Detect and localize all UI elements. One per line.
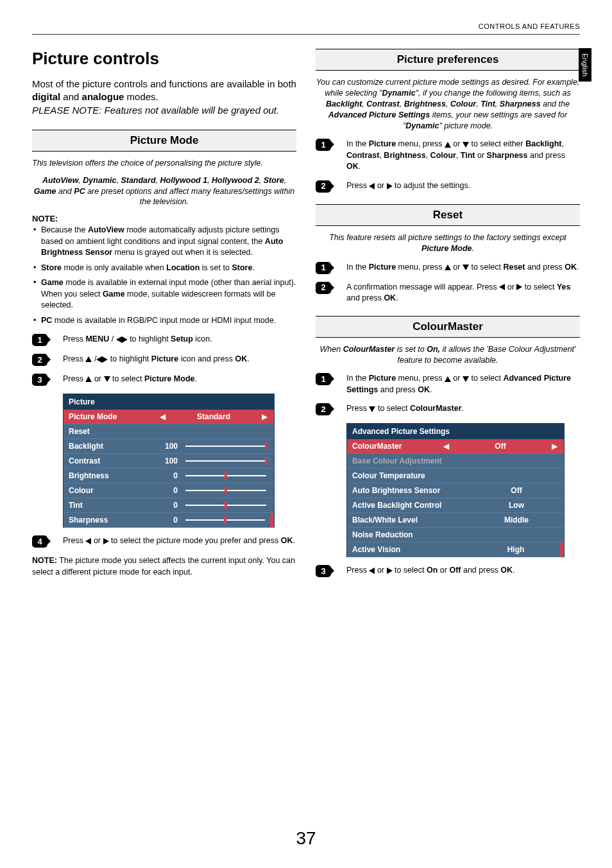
menu-row-bca: Base Colour Adjustment: [347, 454, 564, 469]
section-desc: AutoView, Dynamic, Standard, Hollywood 1…: [32, 175, 296, 208]
section-sub: This television offers the choice of per…: [32, 158, 296, 169]
section-picture-mode: Picture Mode: [32, 130, 296, 152]
left-column: Picture controls Most of the picture con…: [32, 49, 296, 585]
slider-thumb: [265, 457, 268, 465]
pref-step-1: 1 In the Picture menu, press or to selec…: [316, 139, 580, 173]
section-colourmaster: ColourMaster: [316, 316, 580, 338]
right-arrow-icon: [387, 568, 393, 574]
step-4: 4 Press or to select the picture mode yo…: [32, 535, 296, 548]
menu-title: Picture: [64, 394, 274, 410]
menu-value: Off: [474, 486, 559, 495]
down-arrow-icon: [104, 376, 110, 382]
step-1: 1 Press MENU / to highlight Setup icon.: [32, 334, 296, 346]
menu-row-brightness[interactable]: Brightness 0: [64, 469, 274, 483]
down-arrow-icon: [369, 406, 375, 412]
scroll-down-icon[interactable]: [270, 513, 274, 527]
step-text: Press or to select Picture Mode.: [63, 374, 296, 385]
step-number-icon: 1: [316, 373, 331, 385]
header-label: CONTROLS AND FEATURES: [32, 22, 580, 30]
menu-label: Reset: [69, 427, 158, 436]
menu-row-colour[interactable]: Colour 0: [64, 483, 274, 498]
right-arrow-icon[interactable]: ▶: [260, 412, 269, 421]
slider-thumb: [224, 516, 226, 524]
language-tab: English: [579, 48, 591, 82]
note-item: PC mode is available in RGB/PC input mod…: [41, 315, 296, 327]
preferences-sub: You can customize current picture mode s…: [316, 77, 580, 131]
menu-label: Colour: [69, 486, 158, 495]
right-arrow-icon: [122, 336, 128, 343]
step-number-icon: 2: [316, 282, 331, 294]
slider[interactable]: [185, 490, 266, 491]
note-item: Store mode is only available when Locati…: [41, 263, 296, 274]
slider[interactable]: [185, 460, 266, 462]
menu-row-noise[interactable]: Noise Reduction: [347, 528, 564, 542]
step-number-icon: 1: [32, 334, 47, 346]
menu-row-auto-brightness[interactable]: Auto Brightness Sensor Off: [347, 483, 564, 498]
slider[interactable]: [185, 475, 266, 476]
slider[interactable]: [185, 505, 266, 506]
note-label: NOTE:: [32, 214, 296, 223]
section-reset: Reset: [316, 204, 580, 226]
colourmaster-sub: When ColourMaster is set to On, it allow…: [316, 344, 580, 366]
intro-bold1: digital: [32, 91, 60, 102]
menu-label: Contrast: [69, 456, 158, 465]
step-text: A confirmation message will appear. Pres…: [346, 282, 580, 304]
menu-row-tint[interactable]: Tint 0: [64, 498, 274, 513]
intro-part1: Most of the picture controls and functio…: [32, 78, 296, 89]
left-arrow-icon: [369, 183, 375, 189]
up-arrow-icon: [85, 356, 92, 362]
menu-row-active-backlight[interactable]: Active Backlight Control Low: [347, 498, 564, 513]
step-text: In the Picture menu, press or to select …: [346, 139, 580, 173]
menu-row-colour-temp[interactable]: Colour Temperature: [347, 469, 564, 483]
menu-label: Black/White Level: [352, 516, 474, 525]
menu-row-backlight[interactable]: Backlight 100: [64, 439, 274, 454]
left-arrow-icon[interactable]: ◀: [158, 412, 167, 421]
intro-note: PLEASE NOTE: Features not available will…: [32, 105, 279, 116]
step-number-icon: 2: [32, 354, 47, 366]
left-arrow-icon[interactable]: ◀: [442, 442, 450, 451]
menu-row-contrast[interactable]: Contrast 100: [64, 454, 274, 469]
slider-thumb: [265, 442, 268, 450]
right-arrow-icon[interactable]: ▶: [550, 442, 559, 451]
menu-label: Picture Mode: [69, 412, 158, 421]
slider[interactable]: [185, 519, 265, 521]
scroll-down-icon[interactable]: [560, 542, 564, 557]
step-number-icon: 2: [316, 403, 331, 415]
menu-value: Standard: [167, 412, 260, 421]
section-preferences: Picture preferences: [316, 49, 580, 71]
menu-label: Sharpness: [69, 516, 158, 525]
right-arrow-icon: [387, 183, 393, 189]
cm-step-3: 3 Press or to select On or Off and press…: [316, 565, 580, 577]
slider-thumb: [225, 487, 227, 494]
menu-label: ColourMaster: [352, 442, 442, 451]
menu-label: Base Colour Adjustment: [352, 456, 559, 465]
menu-row-colourmaster[interactable]: ColourMaster ◀ Off ▶: [347, 439, 564, 454]
menu-value: Low: [474, 501, 559, 510]
reset-sub: This feature resets all picture settings…: [316, 232, 580, 254]
menu-value: 0: [158, 471, 178, 480]
menu-label: Colour Temperature: [352, 471, 559, 480]
menu-row-picture-mode[interactable]: Picture Mode ◀ Standard ▶: [64, 410, 274, 424]
menu-row-sharpness[interactable]: Sharpness 0: [64, 513, 274, 528]
menu-label: Tint: [69, 501, 158, 510]
step-number-icon: 3: [32, 374, 47, 386]
menu-row-active-vision[interactable]: Active Vision High: [347, 542, 564, 557]
note-item: Game mode is available in external input…: [41, 277, 296, 311]
step-number-icon: 3: [316, 565, 331, 577]
menu-value: 100: [158, 442, 178, 451]
step-text: Press or to select the picture mode you …: [63, 535, 296, 547]
menu-value: 0: [158, 516, 178, 525]
right-arrow-icon: [516, 284, 522, 290]
step-number-icon: 1: [316, 262, 331, 274]
slider[interactable]: [185, 446, 266, 447]
step-number-icon: 4: [32, 535, 47, 548]
menu-label: Active Vision: [352, 545, 474, 554]
step-2: 2 Press / to highlight Picture icon and …: [32, 354, 296, 366]
menu-label: Noise Reduction: [352, 530, 559, 539]
menu-row-bw-level[interactable]: Black/White Level Middle: [347, 513, 564, 528]
menu-value: 100: [158, 456, 178, 465]
menu-row-reset[interactable]: Reset: [64, 424, 274, 439]
note-item: Because the AutoView mode automatically …: [41, 225, 296, 259]
left-arrow-icon: [499, 284, 505, 290]
down-arrow-icon: [463, 265, 469, 270]
